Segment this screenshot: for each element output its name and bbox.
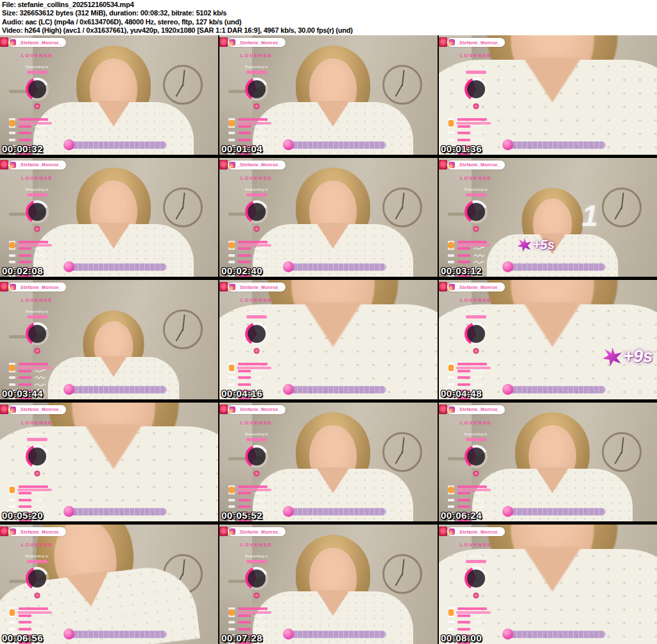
timestamp: 00:03:44 (2, 388, 43, 399)
responding-username-redacted (27, 193, 47, 196)
gift-icon (229, 609, 234, 616)
responding-username-redacted (466, 71, 486, 74)
tip-progress-bar (287, 386, 386, 394)
record-badge-icon (0, 405, 8, 414)
progress-knob (502, 506, 513, 517)
stream-overlay: _Stefanie_Monroe_ LOVENSE Responding to (439, 280, 513, 399)
stream-overlay: _Stefanie_Monroe_ LOVENSE Responding to (219, 525, 293, 644)
tip-menu-row (228, 620, 268, 624)
responding-label: Responding to (439, 554, 513, 558)
goal-text-redacted (237, 122, 271, 125)
instagram-icon (10, 528, 16, 535)
stream-overlay: _Stefanie_Monroe_ LOVENSE Responding to (0, 525, 74, 644)
neckline (303, 302, 362, 347)
streamer-username: _Stefanie_Monroe_ (457, 40, 500, 45)
neckline (523, 302, 581, 347)
gift-icon (229, 120, 234, 126)
lovense-logo: LOVENSE (219, 175, 293, 181)
responding-label: Responding to (0, 65, 74, 69)
lovense-logo: LOVENSE (0, 53, 74, 58)
record-badge-icon (0, 282, 8, 292)
instagram-icon (448, 39, 455, 46)
tip-menu-row (228, 627, 268, 631)
responding-label: Responding to (219, 309, 293, 313)
tip-menu-row (448, 376, 487, 379)
record-badge-icon (219, 527, 228, 536)
tip-menu-row (228, 498, 268, 502)
neckline (99, 356, 127, 377)
lovense-logo: LOVENSE (439, 175, 513, 181)
gift-icon (10, 365, 15, 371)
audio-info-line: Audio: aac (LC) (mp4a / 0x6134706D), 480… (2, 18, 657, 26)
instagram-icon (10, 284, 16, 290)
instagram-icon (229, 406, 235, 413)
time-added-text: +5s (533, 238, 554, 252)
streamer-username-badge: _Stefanie_Monroe_ (8, 38, 66, 47)
goal-text-redacted (237, 367, 271, 369)
goal-text-redacted (17, 367, 52, 369)
stream-overlay: _Stefanie_Monroe_ LOVENSE Responding to (439, 525, 513, 644)
goal-row (229, 365, 271, 371)
timestamp: 00:02:08 (2, 265, 43, 276)
tip-progress-bar (287, 263, 386, 271)
neckline (536, 467, 569, 493)
tip-menu-row (228, 131, 268, 135)
tip-progress-gauge (245, 78, 268, 101)
lovense-logo: LOVENSE (0, 420, 74, 426)
tip-progress-bar (67, 631, 167, 638)
streamer-username: _Stefanie_Monroe_ (457, 285, 500, 290)
streamer-username-badge: _Stefanie_Monroe_ (447, 38, 505, 47)
progress-knob (64, 139, 74, 150)
stream-overlay: _Stefanie_Monroe_ LOVENSE Responding to (0, 403, 74, 522)
responding-username-redacted (466, 438, 486, 441)
gift-icon (10, 609, 15, 616)
instagram-icon (229, 284, 235, 290)
instagram-icon (448, 528, 455, 535)
tip-progress-bar (67, 263, 167, 271)
tip-progress-gauge (245, 445, 268, 468)
record-badge-icon (439, 282, 447, 292)
gift-icon (448, 120, 454, 126)
tip-menu-row (228, 376, 268, 379)
progress-knob (502, 629, 513, 640)
video-thumbnail: _Stefanie_Monroe_ LOVENSE Responding to (0, 35, 218, 155)
tip-menu-row (448, 505, 487, 509)
tip-menu-row (448, 627, 487, 631)
goal-text-redacted (17, 122, 52, 125)
responding-label: Responding to (219, 187, 293, 191)
responding-username-redacted (27, 560, 47, 563)
tip-menu-row (448, 620, 487, 624)
stream-overlay: _Stefanie_Monroe_ LOVENSE Responding to (219, 35, 293, 155)
file-info-header: File: stefanie_collins_202512160534.mp4 … (0, 0, 657, 35)
responding-label: Responding to (219, 65, 293, 69)
responding-username-redacted (246, 438, 267, 441)
stream-overlay: _Stefanie_Monroe_ LOVENSE Responding to (439, 158, 513, 277)
tip-progress-bar (67, 141, 167, 149)
video-thumbnail: _Stefanie_Monroe_ LOVENSE Responding to (439, 35, 657, 155)
tip-progress-gauge (26, 445, 49, 468)
goal-row (229, 487, 271, 493)
responding-label: Responding to (439, 65, 513, 69)
timestamp: 00:04:16 (221, 388, 262, 399)
responding-label: Responding to (0, 432, 74, 436)
gift-icon (10, 120, 15, 126)
progress-knob (502, 139, 513, 150)
record-badge-icon (219, 37, 228, 47)
timestamp: 00:06:56 (2, 632, 43, 643)
time-added-badge: +5s (517, 238, 554, 252)
tip-menu-row (9, 254, 48, 257)
responding-username-redacted (466, 315, 486, 318)
stream-overlay: _Stefanie_Monroe_ LOVENSE Responding to (0, 280, 74, 399)
streamer-username-badge: _Stefanie_Monroe_ (447, 161, 505, 170)
lovense-logo: LOVENSE (439, 297, 513, 303)
tip-menu-row (228, 138, 268, 142)
responding-label: Responding to (219, 554, 293, 558)
neckline (97, 223, 130, 248)
video-thumbnail: _Stefanie_Monroe_ LOVENSE Responding to (219, 403, 438, 522)
tip-menu-row (448, 383, 487, 387)
timestamp: 00:01:04 (221, 143, 262, 154)
responding-username-redacted (27, 315, 47, 318)
tip-menu-row (9, 131, 48, 135)
gift-icon (10, 487, 15, 493)
tip-progress-gauge (465, 322, 488, 345)
